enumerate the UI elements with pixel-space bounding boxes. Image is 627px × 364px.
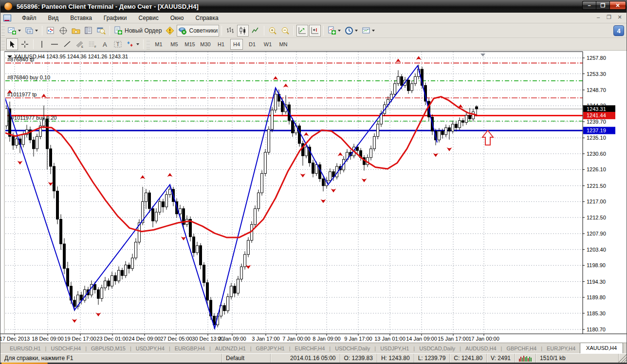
bar-chart-button[interactable]: [224, 25, 236, 36]
tab-eurchf-h4[interactable]: EURCHF,H4: [291, 344, 330, 353]
menu-item-5[interactable]: Окно: [165, 13, 190, 23]
toolbar-grip[interactable]: [1, 39, 5, 49]
fibonacci-tool[interactable]: F: [87, 38, 98, 50]
navigator-button[interactable]: [70, 25, 82, 36]
tab-xauusd-h4[interactable]: XAUUSD,H4: [580, 343, 623, 353]
timeframe-m15[interactable]: M15: [184, 39, 196, 50]
chart-shift-button[interactable]: [309, 25, 321, 36]
market-watch-button[interactable]: [45, 25, 56, 36]
profiles-button[interactable]: [23, 25, 39, 36]
arrows-tool[interactable]: [125, 38, 141, 50]
child-close-button[interactable]: ✕: [616, 14, 624, 20]
status-spacer: [271, 354, 286, 363]
timeframe-d1[interactable]: D1: [246, 39, 258, 50]
tab-usdchf-daily[interactable]: USDCHF,Daily: [331, 344, 374, 353]
timeframe-h4[interactable]: H4: [230, 39, 243, 50]
child-restore-button[interactable]: ❐: [605, 14, 613, 20]
navigator-icon: [72, 26, 80, 35]
toolbar-grip[interactable]: [147, 39, 150, 49]
minimize-button[interactable]: –: [582, 1, 596, 10]
zoom-out-button[interactable]: [279, 25, 291, 36]
time-tick: 13 Jan 01:00: [374, 336, 406, 342]
autoscroll-button[interactable]: [296, 25, 308, 36]
tab-audnzd-h1[interactable]: AUDNZD,H1: [211, 344, 250, 353]
order-label: #1011977 tp: [7, 91, 37, 97]
price-tick: 1217.00: [587, 199, 606, 204]
tab-eurusd-h1[interactable]: EURUSD,H1: [5, 344, 45, 353]
new-order-button-label: Новый Ордер: [125, 27, 162, 34]
label-tool[interactable]: T: [112, 38, 124, 50]
menu-item-3[interactable]: Графики: [98, 13, 133, 23]
timeframe-mn[interactable]: MN: [277, 39, 290, 50]
data-window-button[interactable]: [57, 25, 69, 36]
text-tool[interactable]: A: [99, 38, 111, 50]
tab-usdchf-h4[interactable]: USDCHF,H4: [46, 344, 85, 353]
maximize-button[interactable]: ❐: [596, 1, 609, 10]
price-tick: 1198.90: [587, 262, 606, 268]
toolbar-grip[interactable]: [1, 26, 5, 36]
time-tick: 27 Dec 05:00: [160, 336, 192, 342]
indicators-button[interactable]: [326, 25, 342, 36]
tab-eurgbp-h4[interactable]: EURGBP,H4: [170, 344, 209, 353]
timeframe-w1[interactable]: W1: [261, 39, 274, 50]
notification-badge[interactable]: 4: [613, 25, 624, 36]
menu-item-1[interactable]: Вид: [42, 13, 65, 23]
menu-item-2[interactable]: Вставка: [64, 13, 98, 23]
tab-usdjpy-h1[interactable]: USDJPY,H1: [376, 344, 413, 353]
toolbar-separator: [42, 26, 42, 36]
templates-icon: [362, 26, 370, 35]
cursor-tool[interactable]: [6, 38, 18, 50]
vertical-line-tool[interactable]: [36, 38, 48, 50]
tab-nzdi[interactable]: NZDI: [623, 344, 627, 353]
data-window-icon: [59, 26, 68, 35]
alerts-button[interactable]: [164, 25, 176, 36]
warning-icon: [166, 26, 174, 35]
menu-item-4[interactable]: Сервис: [133, 13, 165, 23]
tester-icon: [97, 26, 106, 35]
timeframe-m5[interactable]: M5: [168, 39, 181, 50]
terminal-button[interactable]: [83, 25, 94, 36]
status-bar: Для справки, нажмите F1 Default 2014.01.…: [0, 353, 627, 363]
tab-eurjpy-h4[interactable]: EURJPY,H4: [542, 344, 580, 353]
timeframe-h1[interactable]: H1: [215, 39, 227, 50]
trendline-tool[interactable]: [61, 38, 73, 50]
time-tick: 17 Jan 00:00: [468, 336, 499, 342]
tab-usdcad-daily[interactable]: USDCAD,Daily: [415, 344, 460, 353]
zoom-in-button[interactable]: [267, 25, 278, 36]
chart-area[interactable]: 1257.801253.301248.701244.201239.701235.…: [0, 51, 627, 343]
menu-item-6[interactable]: Справка: [190, 13, 224, 23]
tab-gbpjpy-h1[interactable]: GBPJPY,H1: [252, 344, 289, 353]
candlestick-button[interactable]: [237, 25, 249, 36]
templates-button[interactable]: [360, 25, 376, 36]
time-tick: 3 Jan 17:00: [252, 336, 280, 342]
tab-audusd-h4[interactable]: AUDUSD,H4: [461, 344, 501, 353]
close-button[interactable]: ✕: [609, 1, 626, 10]
tab-gbpchf-h4[interactable]: GBPCHF,H4: [502, 344, 541, 353]
strategy-tester-button[interactable]: [95, 25, 107, 36]
line-chart-button[interactable]: [250, 25, 261, 36]
horizontal-line-tool[interactable]: [49, 38, 60, 50]
child-minimize-button[interactable]: –: [594, 14, 602, 20]
candlestick-chart[interactable]: 1257.801253.301248.701244.201239.701235.…: [0, 51, 627, 343]
channel-tool[interactable]: E: [74, 38, 86, 50]
svg-text:A: A: [103, 41, 107, 48]
chevron-down-icon: [338, 30, 341, 32]
status-profile[interactable]: Default: [222, 354, 271, 363]
expert-advisors-button[interactable]: Советники: [177, 25, 219, 36]
label-t-icon: T: [113, 40, 122, 49]
resize-grip[interactable]: [619, 354, 627, 363]
tab-gbpusd-m15[interactable]: GBPUSD,M15: [87, 344, 130, 353]
periods-button[interactable]: [343, 25, 359, 36]
timeframe-m30[interactable]: M30: [199, 39, 212, 50]
chart-plus-icon: [8, 26, 17, 35]
menu-item-0[interactable]: Файл: [16, 13, 42, 23]
new-chart-button[interactable]: [6, 25, 22, 36]
timeframe-m1[interactable]: M1: [152, 39, 165, 50]
hline-icon: [50, 40, 59, 49]
tab-usdjpy-h4[interactable]: USDJPY,H4: [131, 344, 169, 353]
chart-window-icon[interactable]: [3, 15, 11, 21]
new-order-button[interactable]: Новый Ордер: [112, 25, 163, 36]
crosshair-tool[interactable]: [19, 38, 31, 50]
status-high: H: 1243.80: [377, 354, 414, 363]
app-logo-icon: [4, 2, 13, 11]
